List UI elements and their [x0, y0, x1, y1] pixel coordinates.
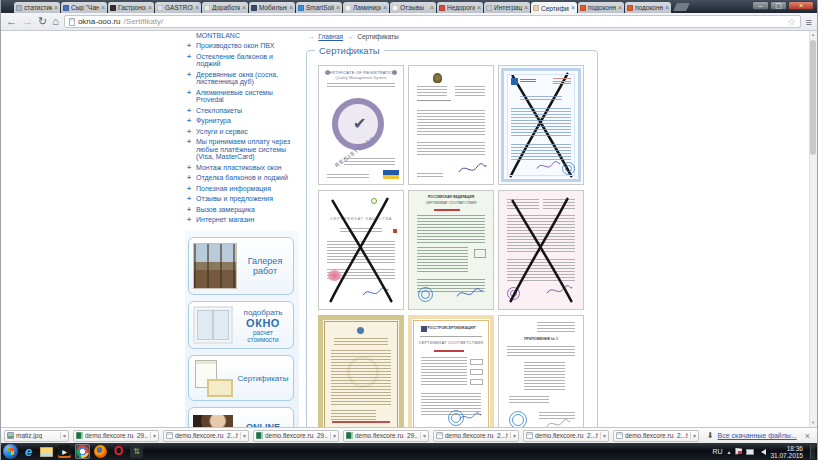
certificate-thumbnail-ornate[interactable] — [318, 315, 404, 427]
download-caret-icon[interactable]: ▾ — [420, 432, 426, 439]
breadcrumb-home-link[interactable]: Главная — [318, 33, 343, 40]
tab-close-icon[interactable]: × — [148, 5, 152, 11]
close-button[interactable]: × — [788, 1, 814, 10]
language-indicator[interactable]: RU — [712, 448, 722, 455]
browser-tab[interactable]: Интеграци × — [484, 2, 530, 13]
browser-tab[interactable]: Ламиниров × — [343, 2, 389, 13]
sidebar-link[interactable]: + Производство окон ПВХ — [187, 42, 297, 50]
online-consultant-widget[interactable]: ONLINE — [188, 407, 294, 427]
sidebar-link[interactable]: + Деревянные окна (сосна, лиственница ду… — [187, 71, 297, 86]
download-caret-icon[interactable]: ▾ — [600, 432, 606, 439]
browser-tab[interactable]: подоконни × — [578, 2, 624, 13]
tab-close-icon[interactable]: × — [336, 5, 340, 11]
tray-clock[interactable]: 18:36 31.07.2015 — [770, 445, 803, 459]
browser-tab[interactable]: подоконни × — [625, 2, 671, 13]
download-caret-icon[interactable]: ▾ — [60, 432, 66, 439]
certificate-thumbnail-crossed-blue[interactable] — [498, 65, 584, 185]
tab-close-icon[interactable]: × — [430, 5, 434, 11]
browser-tab[interactable]: Мобильный × — [249, 2, 295, 13]
download-item[interactable]: demo.flexcore.ru_29...csv ▾ — [343, 430, 429, 442]
browser-tab[interactable]: Гастрономи × — [108, 2, 154, 13]
tab-close-icon[interactable]: × — [54, 5, 58, 11]
show-desktop-button[interactable] — [810, 445, 815, 459]
taskbar-ie[interactable]: e — [21, 444, 36, 459]
menu-icon[interactable]: ≡ — [806, 16, 812, 28]
scroll-down-icon[interactable]: ▼ — [809, 419, 817, 427]
download-item[interactable]: demo.flexcore.ru_29...csv ▾ — [73, 430, 159, 442]
show-all-downloads-link[interactable]: Все скачанные файлы... — [718, 432, 797, 439]
action-center-flag-icon[interactable] — [735, 448, 742, 455]
certificate-thumbnail-rehau[interactable]: REHAU СЕРТИФИКАТ КАЧЕСТВА — [318, 190, 404, 310]
browser-tab[interactable]: Недорогие × — [437, 2, 483, 13]
tab-close-icon[interactable]: × — [289, 5, 293, 11]
sidebar-link[interactable]: + Алюминиевые системы Provedal — [187, 89, 297, 104]
browser-tab[interactable]: GASTRONOM × — [155, 2, 201, 13]
tab-close-icon[interactable]: × — [101, 5, 105, 11]
reload-button[interactable]: ↻ — [38, 16, 47, 27]
tab-close-icon[interactable]: × — [665, 5, 669, 11]
minimize-button[interactable]: – — [752, 1, 769, 10]
certificate-thumbnail-appendix[interactable]: ПРИЛОЖЕНИЕ № 1 — [498, 315, 584, 427]
download-item[interactable]: demo.flexcore.ru_2...html ▾ — [433, 430, 519, 442]
sidebar-link[interactable]: + Мы принимаем оплату через любые платёж… — [187, 138, 297, 161]
download-caret-icon[interactable]: ▾ — [240, 432, 246, 439]
forward-button[interactable]: → — [22, 16, 33, 27]
bookmark-star-icon[interactable]: ☆ — [788, 17, 796, 27]
browser-tab[interactable]: Отзывы × — [390, 2, 436, 13]
taskbar-chrome[interactable] — [75, 444, 90, 459]
gallery-widget[interactable]: Галерея работ — [188, 237, 294, 295]
certificate-thumbnail-letter[interactable] — [408, 65, 494, 185]
certificates-widget[interactable]: Сертификаты — [188, 355, 294, 401]
volume-icon[interactable] — [758, 449, 766, 455]
taskbar-explorer[interactable] — [39, 444, 54, 459]
tab-close-icon[interactable]: × — [383, 5, 387, 11]
sidebar-link[interactable]: + Стеклопакеты — [187, 107, 297, 115]
tab-close-icon[interactable]: × — [242, 5, 246, 11]
sidebar-link[interactable]: + Вызов замерщика — [187, 206, 297, 214]
download-caret-icon[interactable]: ▾ — [330, 432, 336, 439]
taskbar-torrent[interactable]: ⇅ — [129, 444, 144, 459]
maximize-button[interactable]: ▢ — [770, 1, 787, 10]
tab-close-icon[interactable]: × — [524, 5, 528, 11]
certificate-thumbnail-rosstroy[interactable]: "РОССТРОЙСЕРТИФИКАЦИЯ" СЕРТИФИКАТ СООТВЕ… — [408, 315, 494, 427]
browser-tab[interactable]: Доработки × — [202, 2, 248, 13]
browser-tab[interactable]: Сертификат × — [531, 2, 577, 14]
sidebar-link[interactable]: + Фурнитура — [187, 117, 297, 125]
tab-close-icon[interactable]: × — [477, 5, 481, 11]
download-item[interactable]: matiz.jpg ▾ — [4, 430, 69, 442]
tab-close-icon[interactable]: × — [571, 5, 575, 11]
download-caret-icon[interactable]: ▾ — [690, 432, 696, 439]
sidebar-link[interactable]: + Монтаж пластиковых окон — [187, 164, 297, 172]
download-item[interactable]: demo.flexcore.ru_2...html ▾ — [613, 430, 699, 442]
download-caret-icon[interactable]: ▾ — [150, 432, 156, 439]
download-item[interactable]: demo.flexcore.ru_29...csv ▾ — [253, 430, 339, 442]
scroll-up-icon[interactable]: ▲ — [809, 31, 817, 39]
shelf-close-icon[interactable]: × — [805, 431, 810, 441]
download-item[interactable]: demo.flexcore.ru_2...html ▾ — [163, 430, 249, 442]
sidebar-link[interactable]: + Полезная информация — [187, 185, 297, 193]
home-button[interactable]: ⌂ — [52, 16, 59, 27]
certificate-thumbnail-bsi[interactable]: CERTIFICATE OF REGISTRATION Quality Mana… — [318, 65, 404, 185]
back-button[interactable]: ← — [6, 16, 17, 27]
certificate-thumbnail-conformity-green[interactable]: РОССИЙСКАЯ ФЕДЕРАЦИЯ СЕРТИФИКАТ СООТВЕТС… — [408, 190, 494, 310]
start-button[interactable] — [3, 444, 18, 459]
download-caret-icon[interactable]: ▾ — [510, 432, 516, 439]
sidebar-link[interactable]: + Отделка балконов и лоджий — [187, 174, 297, 182]
tab-close-icon[interactable]: × — [618, 5, 622, 11]
sidebar-link[interactable]: + Остекление балконов и лоджий — [187, 53, 297, 68]
new-tab-button[interactable] — [673, 3, 690, 11]
browser-tab[interactable]: Сыр "Чанах" × — [61, 2, 107, 13]
scrollbar-thumb[interactable] — [810, 40, 816, 155]
sidebar-link[interactable]: + Интернет магазин — [187, 216, 297, 224]
taskbar-firefox[interactable] — [93, 444, 108, 459]
sidebar-link[interactable]: + Оконные системы MONTBLANC — [187, 31, 297, 39]
sidebar-link[interactable]: + Услуги и сервис — [187, 128, 297, 136]
hidden-icons-chevron[interactable]: ▲ — [727, 449, 732, 455]
browser-tab[interactable]: статистика × — [14, 2, 60, 13]
network-icon[interactable] — [746, 449, 754, 455]
page-scrollbar[interactable]: ▲ ▼ — [809, 31, 817, 427]
sidebar-link[interactable]: + Отзывы и предложения — [187, 195, 297, 203]
download-item[interactable]: demo.flexcore.ru_2...html ▾ — [523, 430, 609, 442]
address-bar[interactable]: okna-ooo.ru/Sertifikaty/ ☆ — [64, 15, 801, 28]
taskbar-opera[interactable]: O — [111, 444, 126, 459]
